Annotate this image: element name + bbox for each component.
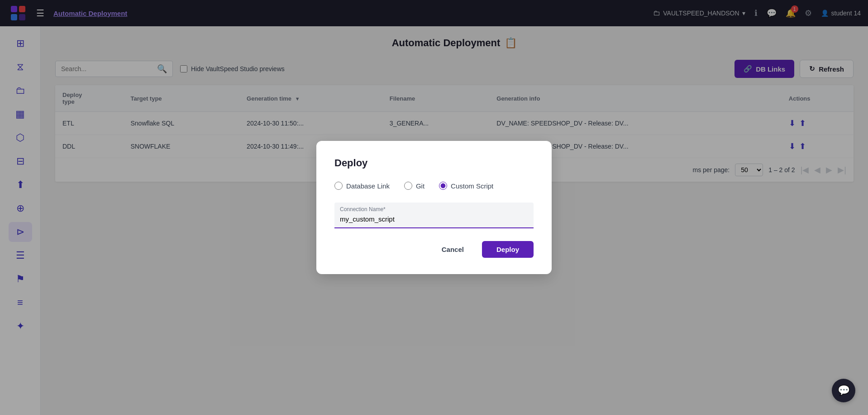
radio-custom-script-label: Custom Script (451, 182, 493, 190)
radio-database-link[interactable]: Database Link (334, 182, 390, 190)
chat-fab-button[interactable]: 💬 (832, 379, 855, 402)
radio-git[interactable]: Git (404, 182, 424, 190)
connection-name-label: Connection Name* (340, 206, 386, 212)
connection-name-field: Connection Name* (334, 203, 534, 228)
chat-fab-icon: 💬 (838, 385, 850, 396)
modal-title: Deploy (334, 157, 534, 169)
deploy-modal: Deploy Database Link Git Custom Script C… (316, 141, 552, 274)
radio-git-input[interactable] (404, 182, 412, 190)
cancel-button[interactable]: Cancel (431, 241, 475, 258)
radio-database-link-label: Database Link (346, 182, 390, 190)
radio-custom-script[interactable]: Custom Script (439, 182, 493, 190)
modal-overlay: Deploy Database Link Git Custom Script C… (0, 0, 868, 415)
modal-actions: Cancel Deploy (334, 241, 534, 258)
radio-custom-script-input[interactable] (439, 182, 447, 190)
deploy-button[interactable]: Deploy (482, 241, 534, 258)
deploy-radio-group: Database Link Git Custom Script (334, 182, 534, 190)
radio-git-label: Git (416, 182, 424, 190)
radio-database-link-input[interactable] (334, 182, 343, 190)
